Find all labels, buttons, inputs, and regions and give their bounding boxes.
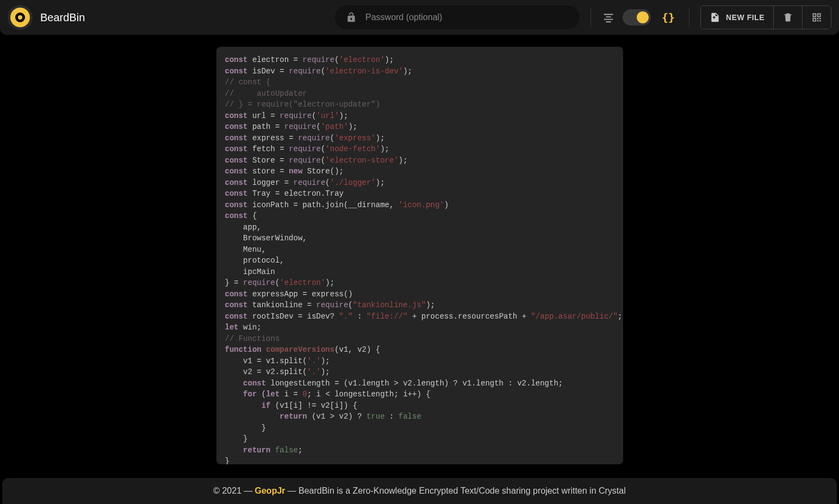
password-field[interactable]: [335, 5, 580, 29]
author-link[interactable]: GeopJr: [255, 486, 285, 496]
action-buttons: NEW FILE: [700, 5, 831, 29]
divider: [689, 8, 689, 27]
brand-name: BeardBin: [40, 11, 85, 24]
brand-wrap[interactable]: BeardBin: [8, 5, 85, 30]
new-file-button[interactable]: NEW FILE: [701, 6, 774, 29]
new-file-label: NEW FILE: [726, 13, 765, 22]
unlock-icon: [345, 11, 358, 24]
theme-toggle[interactable]: [623, 9, 651, 26]
delete-button[interactable]: [774, 6, 803, 29]
footer: © 2021 — GeopJr — BeardBin is a Zero-Kno…: [2, 478, 837, 504]
footer-description: — BeardBin is a Zero-Knowledge Encrypted…: [288, 486, 626, 496]
password-input[interactable]: [365, 13, 570, 22]
code-viewer[interactable]: const electron = require('electron'); co…: [216, 47, 623, 464]
copyright: © 2021 —: [213, 486, 252, 496]
divider: [591, 8, 591, 27]
code-content: const electron = require('electron'); co…: [225, 54, 614, 464]
header: BeardBin {} NEW FILE: [0, 0, 839, 35]
qr-button[interactable]: [803, 6, 831, 29]
braces-icon[interactable]: {}: [658, 11, 678, 24]
align-icon[interactable]: [602, 11, 615, 24]
logo-icon: [8, 5, 33, 30]
main-content: const electron = require('electron'); co…: [0, 35, 839, 464]
